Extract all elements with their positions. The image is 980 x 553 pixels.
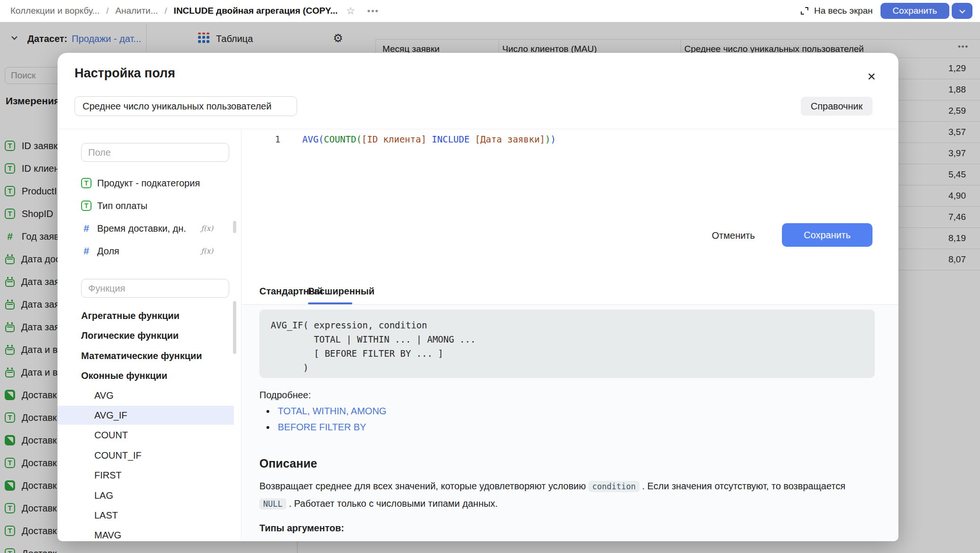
code-token: ) (550, 134, 556, 144)
function-item[interactable]: LAG (58, 486, 234, 505)
topbar-actions: На весь экран Сохранить (800, 3, 980, 19)
description-text: . Работает только с числовыми типами дан… (286, 498, 498, 509)
formula-badge: ƒ(x) (201, 224, 213, 233)
cancel-button[interactable]: Отменить (707, 225, 759, 246)
code-token: AVG( (302, 134, 324, 144)
function-item-selected[interactable]: AVG_IF (58, 406, 234, 425)
doc-link-row: BEFORE FILTER BY (266, 422, 366, 433)
function-group[interactable]: Агрегатные функции (58, 306, 234, 325)
active-tab-underline (308, 302, 352, 304)
number-type-icon (81, 223, 91, 234)
formula-code-line: AVG(COUNTD([ID клиента] INCLUDE [Дата за… (302, 134, 556, 144)
top-bar: Коллекции и воркбу... / Аналити... / INC… (0, 0, 980, 22)
doc-link-row: TOTAL, WITHIN, AMONG (266, 406, 386, 417)
code-token: ) (545, 134, 550, 144)
field-label: Время доставки, дн. (97, 223, 186, 234)
topbar-save-button[interactable]: Сохранить (880, 3, 949, 19)
fullscreen-button[interactable]: На весь экран (800, 6, 872, 16)
app-window: Коллекции и воркбу... / Аналити... / INC… (0, 0, 980, 553)
favorite-star-icon[interactable]: ☆ (346, 5, 355, 17)
function-item[interactable]: MAVG (58, 526, 234, 541)
breadcrumb-current-dataset[interactable]: INCLUDE двойная агрегация (COPY... (174, 6, 338, 16)
field-label: Тип оплаты (97, 201, 148, 211)
breadcrumb: Коллекции и воркбу... / Аналити... / INC… (0, 5, 379, 17)
breadcrumb-separator: / (165, 6, 167, 16)
argument-types-label: Типы аргументов: (259, 523, 344, 534)
function-signature-block: AVG_IF( expression, condition TOTAL | WI… (259, 310, 875, 378)
modal-save-button[interactable]: Сохранить (782, 223, 872, 247)
tab-advanced[interactable]: Расширенный (308, 286, 374, 297)
fullscreen-label: На весь экран (814, 6, 872, 16)
field-name-input[interactable] (75, 96, 297, 116)
field-option[interactable]: Доляƒ(x) (58, 242, 234, 260)
field-label: Продукт - подкатегория (97, 178, 200, 189)
line-number: 1 (275, 134, 280, 144)
code-token: COUNTD( (324, 134, 362, 144)
field-option[interactable]: Тип оплаты (58, 196, 234, 215)
description-title: Описание (259, 457, 317, 470)
save-split-button: Сохранить (880, 3, 972, 19)
code-token: [Дата заявки] (475, 134, 545, 144)
modal-title: Настройка поля (75, 66, 175, 81)
modal-left-panel: Продукт - подкатегория Тип оплаты Время … (58, 129, 241, 541)
fields-scrollbar[interactable] (233, 221, 236, 233)
breadcrumb-separator: / (106, 6, 108, 16)
formula-editor[interactable]: 1 AVG(COUNTD([ID клиента] INCLUDE [Дата … (242, 129, 898, 305)
function-group[interactable]: Математические функции (58, 346, 234, 365)
function-group[interactable]: Оконные функции (58, 366, 234, 385)
inline-code: condition (589, 481, 639, 492)
function-group[interactable]: Логические функции (58, 326, 234, 345)
text-type-icon (81, 201, 91, 211)
description-text: Возвращает среднее для всех значений, ко… (259, 481, 589, 491)
field-option[interactable]: Время доставки, дн.ƒ(x) (58, 219, 234, 238)
close-icon[interactable]: × (863, 68, 880, 85)
function-item[interactable]: AVG (58, 386, 234, 405)
function-item[interactable]: LAST (58, 506, 234, 525)
field-option[interactable]: Продукт - подкатегория (58, 174, 234, 193)
chevron-down-icon (959, 7, 965, 13)
function-search-input[interactable] (81, 279, 229, 298)
function-item[interactable]: COUNT_IF (58, 446, 234, 465)
breadcrumb-analytics[interactable]: Аналити... (115, 6, 158, 16)
expand-icon (800, 6, 809, 16)
function-item[interactable]: FIRST (58, 466, 234, 485)
function-item[interactable]: COUNT (58, 426, 234, 444)
doc-link-total-within-among[interactable]: TOTAL, WITHIN, AMONG (278, 406, 386, 417)
field-settings-modal: × Настройка поля Справочник Продукт - по… (58, 53, 898, 541)
bullet-icon (266, 410, 269, 413)
doc-tabs: Стандартный Расширенный (242, 279, 898, 305)
save-options-button[interactable] (952, 3, 972, 19)
inline-code: NULL (259, 498, 286, 510)
field-label: Доля (97, 246, 119, 257)
code-token: INCLUDE (426, 134, 475, 144)
code-token: [ID клиента] (362, 134, 426, 144)
field-search-input[interactable] (81, 143, 229, 162)
function-signature: AVG_IF( expression, condition TOTAL | WI… (271, 318, 476, 375)
functions-scrollbar[interactable] (233, 301, 236, 354)
bullet-icon (266, 426, 269, 429)
reference-button[interactable]: Справочник (801, 97, 872, 116)
number-type-icon (81, 245, 91, 257)
breadcrumb-collections[interactable]: Коллекции и воркбу... (10, 6, 100, 16)
description-text: . Если значения отсутствуют, то возвраща… (639, 481, 846, 491)
doc-link-before-filter-by[interactable]: BEFORE FILTER BY (278, 422, 366, 433)
more-label: Подробнее: (259, 390, 311, 401)
documentation-panel: AVG_IF( expression, condition TOTAL | WI… (242, 305, 898, 541)
description-paragraph: Возвращает среднее для всех значений, ко… (259, 478, 849, 512)
formula-badge: ƒ(x) (201, 247, 213, 255)
text-type-icon (81, 178, 91, 188)
more-menu-icon[interactable]: ••• (367, 6, 379, 16)
